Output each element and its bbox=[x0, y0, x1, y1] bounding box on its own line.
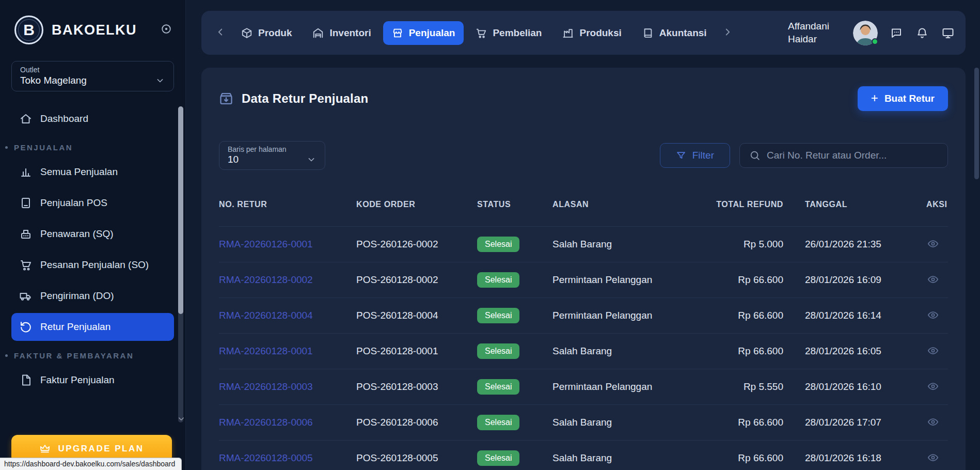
sidebar-item-label: Pengiriman (DO) bbox=[40, 290, 114, 302]
return-arrow-icon bbox=[20, 321, 32, 333]
chat-button[interactable] bbox=[889, 26, 904, 40]
table-header-row: NO. RETUR KODE ORDER STATUS ALASAN TOTAL… bbox=[219, 198, 948, 226]
order-code: POS-260128-0004 bbox=[356, 310, 477, 321]
return-number-link[interactable]: RMA-20260128-0003 bbox=[219, 381, 356, 393]
sidebar-item-pesanan-penjualan-so[interactable]: Pesanan Penjualan (SO) bbox=[11, 251, 174, 279]
brand-header: B BAKOELKU bbox=[0, 0, 185, 57]
plus-icon: + bbox=[871, 92, 878, 104]
order-code: POS-260128-0005 bbox=[356, 452, 477, 464]
sidebar-item-label: Faktur Penjualan bbox=[40, 374, 115, 386]
tab-produk[interactable]: Produk bbox=[232, 21, 301, 45]
table-row: RMA-20260126-0001 POS-260126-0002 Selesa… bbox=[219, 226, 948, 262]
eye-icon bbox=[927, 274, 939, 285]
outlet-select[interactable]: Outlet Toko Magelang bbox=[11, 61, 174, 91]
col-header-total-refund: TOTAL REFUND bbox=[712, 200, 805, 209]
outlet-label: Outlet bbox=[20, 66, 165, 74]
order-code: POS-260128-0003 bbox=[356, 381, 477, 393]
tab-akuntansi[interactable]: Akuntansi bbox=[634, 21, 716, 45]
sidebar-item-retur-penjualan[interactable]: Retur Penjualan bbox=[11, 313, 174, 341]
return-reason: Permintaan Pelanggan bbox=[552, 381, 712, 393]
return-number-link[interactable]: RMA-20260128-0001 bbox=[219, 346, 356, 357]
order-code: POS-260128-0001 bbox=[356, 346, 477, 357]
user-avatar[interactable] bbox=[853, 21, 878, 45]
col-header-aksi: AKSI bbox=[925, 200, 948, 209]
buat-retur-button[interactable]: + Buat Retur bbox=[858, 86, 948, 111]
sidebar-item-semua-penjualan[interactable]: Semua Penjualan bbox=[11, 158, 174, 186]
sidebar-item-faktur-penjualan[interactable]: Faktur Penjualan bbox=[11, 366, 174, 394]
return-date: 28/01/2026 16:14 bbox=[805, 310, 925, 321]
order-code: POS-260128-0006 bbox=[356, 417, 477, 428]
return-number-link[interactable]: RMA-20260126-0001 bbox=[219, 239, 356, 250]
view-detail-button[interactable] bbox=[926, 344, 940, 357]
return-number-link[interactable]: RMA-20260128-0004 bbox=[219, 310, 356, 321]
view-detail-button[interactable] bbox=[926, 415, 940, 429]
user-name: Affandani Haidar bbox=[788, 20, 842, 45]
total-refund: Rp 66.600 bbox=[712, 417, 805, 428]
status-badge: Selesai bbox=[477, 343, 519, 359]
view-detail-button[interactable] bbox=[926, 451, 940, 464]
navbar-right-cluster: Affandani Haidar bbox=[788, 20, 955, 45]
view-detail-button[interactable] bbox=[926, 237, 940, 250]
sidebar-scrollbar-thumb[interactable] bbox=[178, 106, 183, 314]
tab-penjualan[interactable]: Penjualan bbox=[383, 21, 464, 45]
filter-button[interactable]: Filter bbox=[660, 143, 730, 168]
shopping-cart-icon bbox=[20, 259, 32, 271]
target-icon[interactable] bbox=[161, 23, 172, 37]
tab-produksi[interactable]: Produksi bbox=[554, 21, 630, 45]
truck-icon bbox=[20, 290, 32, 302]
cash-register-icon bbox=[20, 228, 32, 240]
retur-penjualan-card: Data Retur Penjualan + Buat Retur Baris … bbox=[201, 68, 966, 470]
scroll-down-arrow-icon[interactable] bbox=[177, 414, 186, 424]
chevron-left-icon bbox=[215, 26, 226, 38]
return-number-link[interactable]: RMA-20260128-0006 bbox=[219, 417, 356, 428]
total-refund: Rp 66.600 bbox=[712, 310, 805, 321]
sidebar: B BAKOELKU Outlet Toko Magelang Dashboar… bbox=[0, 0, 186, 470]
tab-label: Produksi bbox=[579, 27, 621, 39]
page-title: Data Retur Penjualan bbox=[242, 91, 368, 106]
status-url-bar: https://dashboard-dev.bakoelku.com/sales… bbox=[0, 458, 182, 470]
upgrade-plan-label: UPGRADE PLAN bbox=[58, 444, 144, 454]
sidebar-item-penjualan-pos[interactable]: Penjualan POS bbox=[11, 189, 174, 217]
monitor-icon bbox=[942, 27, 954, 39]
total-refund: Rp 66.600 bbox=[712, 452, 805, 464]
table-row: RMA-20260128-0006 POS-260128-0006 Selesa… bbox=[219, 404, 948, 440]
bar-chart-icon bbox=[20, 166, 32, 178]
sidebar-item-penawaran-sq[interactable]: Penawaran (SQ) bbox=[11, 220, 174, 248]
crown-icon bbox=[39, 443, 51, 455]
return-reason: Salah Barang bbox=[552, 452, 712, 464]
sidebar-section-label: PENJUALAN bbox=[14, 143, 73, 152]
return-date: 28/01/2026 16:09 bbox=[805, 274, 925, 286]
rows-per-page-select[interactable]: Baris per halaman 10 bbox=[219, 141, 325, 170]
search-input[interactable] bbox=[767, 150, 938, 161]
return-number-link[interactable]: RMA-20260128-0002 bbox=[219, 274, 356, 286]
sidebar-scrollbar-track[interactable] bbox=[178, 106, 183, 422]
return-number-link[interactable]: RMA-20260128-0005 bbox=[219, 452, 356, 464]
tab-label: Produk bbox=[258, 27, 292, 39]
storefront-icon bbox=[392, 27, 403, 39]
sidebar-item-dashboard[interactable]: Dashboard bbox=[11, 105, 174, 133]
sidebar-section-label: FAKTUR & PEMBAYARAN bbox=[14, 351, 134, 360]
bullet-icon bbox=[5, 146, 8, 149]
search-box bbox=[739, 143, 948, 168]
table-row: RMA-20260128-0005 POS-260128-0005 Selesa… bbox=[219, 440, 948, 470]
nav-scroll-left-button[interactable] bbox=[212, 23, 229, 43]
status-badge: Selesai bbox=[477, 415, 519, 430]
tab-inventori[interactable]: Inventori bbox=[304, 21, 380, 45]
return-date: 26/01/2026 21:35 bbox=[805, 239, 925, 250]
eye-icon bbox=[927, 309, 939, 321]
page-scrollbar-thumb[interactable] bbox=[974, 68, 979, 179]
status-badge: Selesai bbox=[477, 237, 519, 252]
view-detail-button[interactable] bbox=[926, 308, 940, 322]
tab-label: Akuntansi bbox=[659, 27, 707, 39]
nav-scroll-right-button[interactable] bbox=[719, 23, 736, 43]
sidebar-item-label: Dashboard bbox=[40, 113, 88, 124]
notifications-button[interactable] bbox=[915, 26, 929, 40]
tab-pembelian[interactable]: Pembelian bbox=[467, 21, 550, 45]
display-mode-button[interactable] bbox=[941, 26, 955, 40]
sidebar-item-pengiriman-do[interactable]: Pengiriman (DO) bbox=[11, 282, 174, 310]
view-detail-button[interactable] bbox=[926, 380, 940, 393]
view-detail-button[interactable] bbox=[926, 273, 940, 286]
sidebar-item-label: Pesanan Penjualan (SO) bbox=[40, 259, 149, 271]
book-icon bbox=[642, 27, 654, 39]
chevron-down-icon bbox=[306, 154, 317, 165]
